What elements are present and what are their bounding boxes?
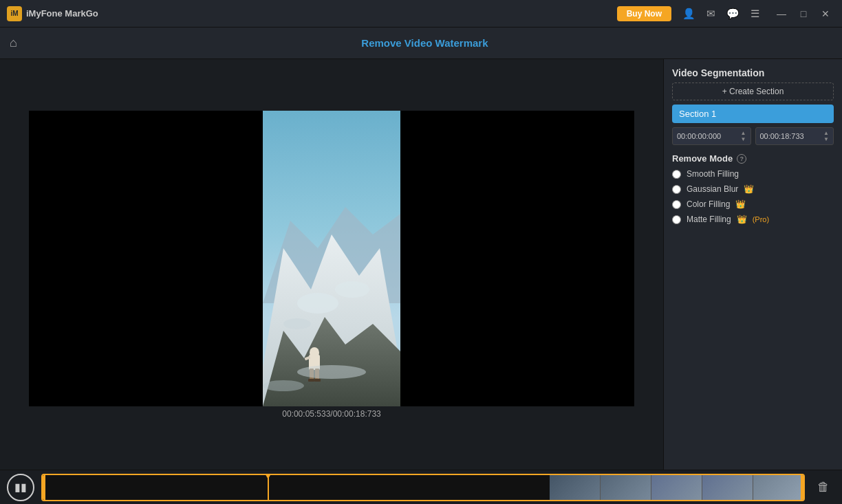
video-area: 00:00:05:533/00:00:18:733 xyxy=(0,59,663,470)
color-filling-option[interactable]: Color Filling 👑 xyxy=(672,199,834,209)
maximize-button[interactable]: □ xyxy=(794,4,813,23)
video-timestamp: 00:00:05:533/00:00:18:733 xyxy=(282,409,380,419)
video-frame xyxy=(263,111,400,406)
remove-mode-title: Remove Mode ? xyxy=(672,153,834,164)
svg-point-15 xyxy=(263,380,304,391)
timeline-playhead[interactable] xyxy=(268,474,269,501)
color-filling-label: Color Filling xyxy=(687,199,730,209)
timeline-left-handle[interactable] xyxy=(43,475,45,500)
minimize-button[interactable]: — xyxy=(772,4,791,23)
logo-icon: iM xyxy=(7,6,22,21)
matte-filling-option[interactable]: Matte Filling 👑 (Pro) xyxy=(672,215,834,224)
timeline-right-handle[interactable] xyxy=(801,475,803,500)
timeline-thumb-3 xyxy=(651,475,702,500)
trash-icon: 🗑 xyxy=(817,480,830,494)
svg-rect-12 xyxy=(314,379,321,382)
gaussian-blur-option[interactable]: Gaussian Blur 👑 xyxy=(672,184,834,194)
time-range-row: 00:00:00:000 ▲▼ 00:00:18:733 ▲▼ xyxy=(672,127,834,145)
delete-timeline-button[interactable]: 🗑 xyxy=(812,476,835,499)
time-start-arrows[interactable]: ▲▼ xyxy=(741,130,746,142)
timeline-thumb-5 xyxy=(753,475,803,500)
timeline[interactable] xyxy=(41,474,805,501)
titlebar-icons: 👤 ✉ 💬 ☰ xyxy=(678,3,765,24)
home-icon[interactable]: ⌂ xyxy=(10,36,17,50)
section-item[interactable]: Section 1 xyxy=(672,105,834,123)
app-logo: iM iMyFone MarkGo xyxy=(7,6,98,21)
play-pause-button[interactable]: ▮▮ xyxy=(7,474,34,501)
window-controls: — □ ✕ xyxy=(772,4,835,23)
timeline-thumb-2 xyxy=(600,475,651,500)
remove-mode-section: Remove Mode ? Smooth Filling Gaussian Bl… xyxy=(672,153,834,230)
gaussian-crown-icon: 👑 xyxy=(744,184,754,194)
create-section-button[interactable]: + Create Section xyxy=(672,83,834,100)
video-segmentation-title: Video Segmentation xyxy=(672,67,834,78)
right-panel: Video Segmentation + Create Section Sect… xyxy=(663,59,842,470)
smooth-filling-label: Smooth Filling xyxy=(687,169,739,179)
svg-rect-11 xyxy=(308,379,314,382)
menu-icon[interactable]: ☰ xyxy=(744,3,765,24)
timeline-dark-section xyxy=(43,475,550,500)
mail-icon[interactable]: ✉ xyxy=(700,3,721,24)
account-icon[interactable]: 👤 xyxy=(678,3,699,24)
video-canvas xyxy=(29,111,634,406)
matte-crown-icon: 👑 xyxy=(737,215,747,224)
timeline-controls: ▮▮ 🗑 xyxy=(0,470,842,504)
matte-filling-label: Matte Filling xyxy=(687,215,731,224)
timeline-thumbnails xyxy=(550,475,803,500)
color-crown-icon: 👑 xyxy=(735,199,746,209)
buy-now-button[interactable]: Buy Now xyxy=(617,6,671,21)
time-start-input[interactable]: 00:00:00:000 ▲▼ xyxy=(672,127,751,145)
chat-icon[interactable]: 💬 xyxy=(722,3,743,24)
svg-point-14 xyxy=(297,365,366,379)
timeline-thumb-4 xyxy=(702,475,753,500)
svg-point-8 xyxy=(310,347,319,358)
titlebar: iM iMyFone MarkGo Buy Now 👤 ✉ 💬 ☰ — □ ✕ xyxy=(0,0,842,28)
svg-point-6 xyxy=(283,318,311,329)
gaussian-blur-label: Gaussian Blur xyxy=(687,184,738,194)
timeline-thumb-1 xyxy=(550,475,600,500)
help-icon[interactable]: ? xyxy=(737,154,746,164)
video-segmentation-section: Video Segmentation + Create Section Sect… xyxy=(672,67,834,145)
pro-badge: (Pro) xyxy=(753,215,769,223)
time-end-arrows[interactable]: ▲▼ xyxy=(823,130,829,142)
subheader: ⌂ Remove Video Watermark xyxy=(0,28,842,59)
close-button[interactable]: ✕ xyxy=(816,4,835,23)
svg-point-4 xyxy=(297,293,338,314)
time-end-input[interactable]: 00:00:18:733 ▲▼ xyxy=(755,127,834,145)
smooth-filling-option[interactable]: Smooth Filling xyxy=(672,169,834,179)
app-name: iMyFone MarkGo xyxy=(26,8,98,19)
page-title: Remove Video Watermark xyxy=(17,37,832,49)
svg-point-5 xyxy=(335,281,369,298)
pause-icon: ▮▮ xyxy=(14,481,27,494)
main-area: 00:00:05:533/00:00:18:733 Video Segmenta… xyxy=(0,59,842,470)
